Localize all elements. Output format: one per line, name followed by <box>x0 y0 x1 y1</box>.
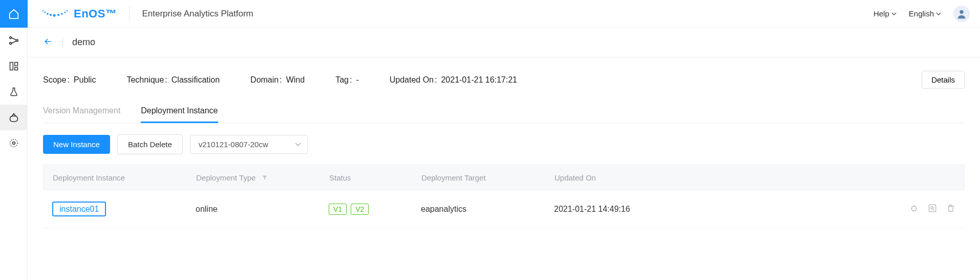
chevron-down-icon <box>295 140 301 149</box>
language-label: English <box>909 9 934 18</box>
table-row: instance01 online V1 V2 eapanalytics 202… <box>43 190 965 228</box>
divider <box>62 37 63 48</box>
filter-icon[interactable] <box>262 173 268 182</box>
svg-point-15 <box>65 11 66 13</box>
scope-value: Public <box>74 75 96 85</box>
th-target: Deployment Target <box>421 173 555 182</box>
status-badge: V2 <box>351 204 369 215</box>
debug-icon[interactable] <box>909 204 919 215</box>
svg-point-9 <box>45 11 46 13</box>
rail-graph-icon[interactable] <box>0 28 28 53</box>
rail-deploy-icon[interactable] <box>0 105 28 130</box>
updated-label: Updated On <box>390 75 437 85</box>
version-select-value: v210121-0807-20cw <box>199 140 268 149</box>
help-label: Help <box>874 9 889 18</box>
rail-flask-icon[interactable] <box>0 79 28 105</box>
new-instance-button[interactable]: New Instance <box>43 135 110 154</box>
svg-point-11 <box>50 13 52 15</box>
svg-rect-5 <box>14 68 17 70</box>
brand-swoosh-icon <box>40 8 71 20</box>
svg-rect-19 <box>929 205 936 212</box>
svg-point-7 <box>10 139 17 147</box>
deployment-target-value: eapanalytics <box>421 205 466 213</box>
inspect-icon[interactable] <box>928 204 937 215</box>
tag-label: Tag <box>335 75 352 85</box>
tab-deployment-instance[interactable]: Deployment Instance <box>141 106 218 123</box>
tab-version-management[interactable]: Version Management <box>43 106 120 123</box>
svg-point-10 <box>47 13 49 15</box>
row-updated-value: 2021-01-21 14:49:16 <box>554 205 630 213</box>
batch-delete-button[interactable]: Batch Delete <box>117 134 183 154</box>
svg-rect-4 <box>14 63 17 66</box>
svg-point-8 <box>42 10 44 11</box>
avatar-icon <box>956 8 967 19</box>
status-badge: V1 <box>329 204 347 215</box>
help-menu[interactable]: Help <box>874 9 897 18</box>
instance-link[interactable]: instance01 <box>52 202 106 216</box>
details-button[interactable]: Details <box>922 71 965 89</box>
technique-value: Classification <box>172 75 220 85</box>
page-title: demo <box>72 37 95 48</box>
th-instance: Deployment Instance <box>53 173 196 182</box>
rail-dashboard-icon[interactable] <box>0 53 28 79</box>
chevron-down-icon <box>891 11 897 16</box>
chevron-down-icon <box>936 11 941 16</box>
brand-name: EnOS™ <box>74 7 117 21</box>
divider <box>129 7 130 21</box>
domain-label: Domain <box>250 75 282 85</box>
delete-icon[interactable] <box>946 204 955 215</box>
user-avatar[interactable] <box>953 6 970 22</box>
svg-point-2 <box>16 39 18 42</box>
updated-value: 2021-01-21 16:17:21 <box>441 75 517 85</box>
svg-point-13 <box>57 13 59 15</box>
tag-value: - <box>356 75 358 85</box>
svg-point-20 <box>931 207 933 209</box>
th-status: Status <box>329 173 421 182</box>
svg-point-14 <box>61 13 63 15</box>
meta-row: ScopePublic TechniqueClassification Doma… <box>43 71 965 89</box>
svg-point-6 <box>12 142 15 145</box>
back-button[interactable] <box>43 36 53 48</box>
deployment-type-value: online <box>196 205 218 214</box>
scope-label: Scope <box>43 75 70 85</box>
svg-point-16 <box>67 10 68 11</box>
domain-value: Wind <box>286 75 305 85</box>
table-header: Deployment Instance Deployment Type Stat… <box>43 165 965 190</box>
version-select[interactable]: v210121-0807-20cw <box>190 135 308 154</box>
svg-point-17 <box>960 10 963 13</box>
svg-point-1 <box>9 43 11 45</box>
technique-label: Technique <box>126 75 167 85</box>
platform-title: Enterprise Analytics Platform <box>142 9 253 19</box>
tabs: Version Management Deployment Instance <box>43 106 965 123</box>
svg-rect-3 <box>10 63 13 70</box>
rail-home-icon[interactable] <box>0 0 28 28</box>
rail-settings-icon[interactable] <box>0 130 28 156</box>
breadcrumb: demo <box>28 28 980 57</box>
brand-logo: EnOS™ <box>40 7 117 21</box>
th-type: Deployment Type <box>196 173 255 182</box>
toolbar: New Instance Batch Delete v210121-0807-2… <box>43 134 965 154</box>
language-menu[interactable]: English <box>909 9 941 18</box>
instance-table: Deployment Instance Deployment Type Stat… <box>43 165 965 228</box>
top-bar: EnOS™ Enterprise Analytics Platform Help… <box>28 0 980 28</box>
svg-point-12 <box>53 14 56 16</box>
left-nav-rail <box>0 0 28 280</box>
svg-point-0 <box>9 37 11 39</box>
th-updated: Updated On <box>555 173 729 182</box>
